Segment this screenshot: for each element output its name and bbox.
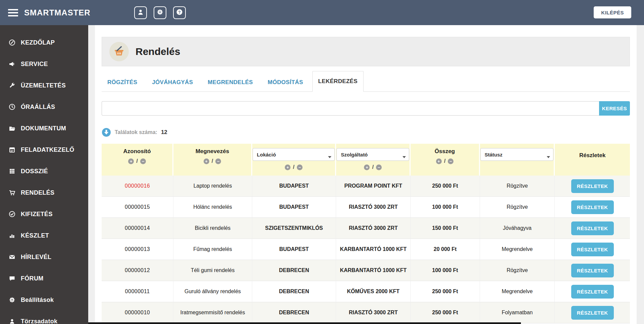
order-id: 00000011 [102, 281, 173, 302]
sidebar-item--zemeltet-s[interactable]: ÜZEMELTETÉS [0, 75, 88, 96]
megaphone-icon [9, 61, 15, 67]
sort-asc-icon[interactable]: + [204, 158, 209, 164]
details-button[interactable]: RÉSZLETEK [571, 179, 614, 193]
search-button[interactable]: KERESÉS [599, 101, 630, 116]
sidebar-item-label: FÓRUM [21, 275, 44, 282]
order-amount: 150 000 Ft [411, 218, 480, 239]
sidebar-item-service[interactable]: SERVICE [0, 53, 88, 75]
column-header-st-tusz: Státusz [480, 144, 555, 176]
sort-asc-icon[interactable]: + [364, 165, 370, 170]
column-header--sszeg: Összeg+/− [411, 144, 480, 176]
order-amount: 250 000 Ft [411, 302, 480, 323]
sidebar-item-dosszi-[interactable]: DOSSZIÉ [0, 160, 88, 182]
tab-lekérdezés[interactable]: LEKÉRDEZÉS [312, 71, 364, 92]
results-count: 12 [161, 129, 167, 136]
results-label: Találatok száma: [115, 129, 157, 135]
sort-controls: +/− [336, 164, 409, 171]
help-button[interactable]: ? [173, 6, 186, 19]
details-button[interactable]: RÉSZLETEK [571, 221, 614, 235]
sidebar-item-label: KEZDŐLAP [21, 39, 55, 46]
results-summary: Találatok száma: 12 [102, 128, 630, 137]
sidebar-item-h-rlev-l[interactable]: HÍRLEVÉL [0, 246, 88, 268]
details-button[interactable]: RÉSZLETEK [571, 264, 614, 277]
sidebar-item-f-rum[interactable]: FÓRUM [0, 268, 88, 289]
tab-módosítás[interactable]: MÓDOSÍTÁS [262, 73, 309, 91]
sidebar-item-label: HÍRLEVÉL [21, 254, 51, 261]
grid-icon [9, 168, 15, 175]
sidebar-item-be-ll-t-sok[interactable]: Beállítások [0, 289, 88, 311]
tab-rögzítés[interactable]: RÖGZÍTÉS [102, 73, 143, 91]
tab-megrendelés[interactable]: MEGRENDELÉS [202, 73, 259, 91]
sort-asc-icon[interactable]: + [128, 158, 134, 164]
sidebar-item-feladatkezel-[interactable]: FELADATKEZELŐ [0, 139, 88, 160]
order-location: BUDAPEST [252, 239, 336, 260]
sort-desc-icon[interactable]: − [376, 165, 382, 170]
sort-controls: +/− [411, 158, 478, 165]
svg-text:?: ? [178, 10, 180, 15]
column-header-azonos-t-: Azonosító+/− [102, 144, 173, 176]
settings-button[interactable] [154, 6, 166, 19]
sidebar-item-label: DOSSZIÉ [21, 168, 48, 175]
order-status: Rögzítve [480, 197, 555, 218]
details-button[interactable]: RÉSZLETEK [571, 200, 614, 214]
bottom-edge-strip [88, 322, 521, 324]
sort-asc-icon[interactable]: + [436, 158, 442, 164]
sidebar-item-label: ÜZEMELTETÉS [21, 82, 66, 89]
logout-button[interactable]: KILÉPÉS [594, 6, 631, 18]
tab-bar: RÖGZÍTÉSJÓVÁHAGYÁSMEGRENDELÉSMÓDOSÍTÁSLE… [102, 66, 630, 92]
details-button[interactable]: RÉSZLETEK [571, 243, 614, 256]
folder-icon [9, 125, 15, 132]
order-provider: RIASZTÓ 3000 ZRT [336, 302, 411, 323]
order-amount: 250 000 Ft [411, 281, 480, 302]
search-input[interactable] [102, 101, 599, 116]
order-amount: 20 000 Ft [411, 239, 480, 260]
sidebar-item-kifizet-s[interactable]: KIFIZETÉS [0, 203, 88, 225]
order-provider: KŐMŰVES 2000 KFT [336, 281, 411, 302]
sidebar-item-kezd-lap[interactable]: KEZDŐLAP [0, 32, 88, 53]
filter-select-szolgáltató[interactable]: Szolgáltató [336, 148, 409, 161]
order-status: Rögzítve [480, 176, 555, 197]
edit-icon [9, 39, 15, 46]
order-details-cell: RÉSZLETEK [555, 239, 630, 260]
sort-desc-icon[interactable]: − [297, 165, 303, 170]
details-button[interactable]: RÉSZLETEK [571, 285, 614, 299]
order-id: 00000010 [102, 302, 173, 323]
sort-desc-icon[interactable]: − [448, 158, 453, 164]
filter-select-lokáció[interactable]: Lokáció [253, 148, 335, 161]
page-header: Rendelés [102, 37, 630, 66]
collapse-arrow-icon[interactable] [102, 128, 111, 137]
filter-select-státusz[interactable]: Státusz [480, 148, 554, 161]
details-button[interactable]: RÉSZLETEK [571, 306, 614, 320]
user-button[interactable] [134, 6, 147, 19]
user-icon [137, 9, 144, 16]
bar-chart-icon [9, 232, 15, 239]
sidebar-item-label: RENDELÉS [21, 189, 54, 196]
sort-desc-icon[interactable]: − [215, 158, 221, 164]
table-row: 00000014Bicikli rendelésSZIGETSZENTMIKLÓ… [102, 218, 630, 239]
sort-controls: +/− [102, 158, 172, 165]
user-icon [9, 318, 15, 324]
page-title: Rendelés [136, 46, 180, 57]
menu-toggle-icon[interactable] [8, 9, 18, 16]
sidebar-item-t-rzsadatok[interactable]: Törzsadatok [0, 311, 88, 324]
content-panel: Rendelés RÖGZÍTÉSJÓVÁHAGYÁSMEGRENDELÉSMÓ… [95, 25, 637, 324]
table-row: 00000012Téli gumi rendelésDEBRECENKARBAN… [102, 260, 630, 281]
sidebar: KEZDŐLAPSERVICEÜZEMELTETÉSÓRAÁLLÁSDOKUME… [0, 25, 88, 324]
sidebar-item--ra-ll-s[interactable]: ÓRAÁLLÁS [0, 96, 88, 118]
clock-icon [9, 104, 15, 110]
order-id: 00000012 [102, 260, 173, 281]
sort-desc-icon[interactable]: − [140, 158, 146, 164]
order-location: BUDAPEST [252, 176, 336, 197]
table-row: 00000015Hólánc rendelésBUDAPESTRIASZTÓ 3… [102, 197, 630, 218]
order-details-cell: RÉSZLETEK [555, 197, 630, 218]
sidebar-item-rendel-s[interactable]: RENDELÉS [0, 182, 88, 203]
app-brand: SMARTMASTER [24, 8, 91, 17]
envelope-icon [9, 254, 15, 260]
sidebar-item-dokumentum[interactable]: DOKUMENTUM [0, 118, 88, 139]
gear-icon [9, 297, 15, 303]
sort-asc-icon[interactable]: + [285, 165, 290, 170]
order-amount: 100 000 Ft [411, 260, 480, 281]
order-location: BUDAPEST [252, 197, 336, 218]
tab-jóváhagyás[interactable]: JÓVÁHAGYÁS [146, 73, 199, 91]
sidebar-item-k-szlet[interactable]: KÉSZLET [0, 225, 88, 246]
